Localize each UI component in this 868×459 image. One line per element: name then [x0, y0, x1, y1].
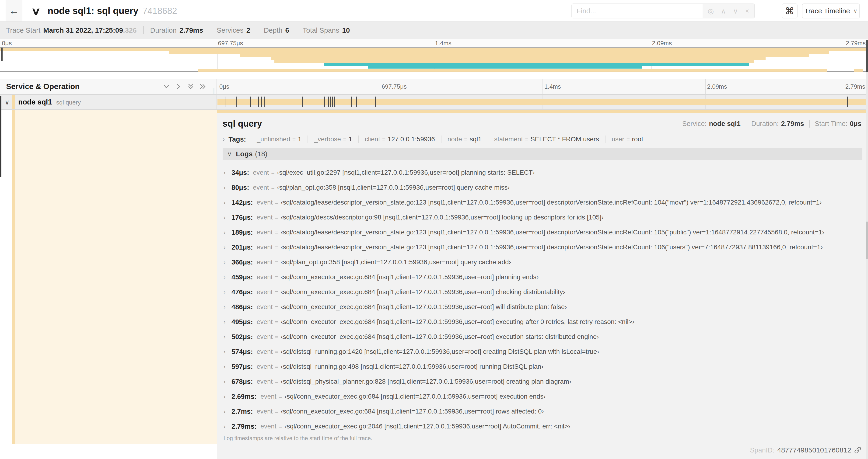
back-arrow-icon: ← [9, 5, 19, 17]
keyboard-shortcuts-button[interactable]: ⌘ [782, 3, 798, 19]
collapse-span-chevron-icon[interactable]: ∨ [5, 98, 9, 106]
span-row-name-cell[interactable]: ∨ node sql1sql query [0, 95, 217, 109]
log-marker-tick[interactable] [324, 97, 325, 107]
log-marker-tick[interactable] [328, 97, 329, 107]
log-marker-tick[interactable] [845, 97, 845, 107]
timeline-column-header: Service & Operation ∥ 0μs 697.75μs 1.4ms… [0, 79, 868, 95]
log-equals: = [273, 304, 281, 310]
log-entry-row[interactable]: › 459μs: event = ‹sql/conn_executor_exec… [223, 270, 862, 285]
log-entry-row[interactable]: › 201μs: event = ‹sql/catalog/lease/desc… [223, 240, 862, 255]
log-chevron-right-icon[interactable]: › [223, 229, 231, 236]
column-resizer-handle[interactable]: ∥ [212, 87, 215, 94]
span-row[interactable]: ∨ node sql1sql query [0, 95, 868, 110]
log-entry-row[interactable]: › 486μs: event = ‹sql/conn_executor_exec… [223, 299, 862, 315]
next-match-icon[interactable]: ∨ [733, 7, 738, 15]
log-entry-row[interactable]: › 574μs: event = ‹sql/distsql_running.go… [223, 344, 862, 359]
log-chevron-right-icon[interactable]: › [223, 393, 231, 400]
minimap-tick-label: 697.75μs [218, 40, 243, 47]
log-marker-tick[interactable] [330, 97, 331, 107]
locate-icon[interactable]: ◎ [708, 7, 714, 15]
tags-chevron-right-icon[interactable]: › [223, 135, 225, 143]
prev-match-icon[interactable]: ∧ [721, 7, 726, 15]
collapse-one-icon[interactable] [163, 83, 170, 90]
log-chevron-right-icon[interactable]: › [223, 408, 231, 415]
minimap-span-bar [854, 69, 863, 72]
logs-chevron-down-icon[interactable]: ∨ [227, 151, 232, 158]
log-chevron-right-icon[interactable]: › [223, 199, 231, 206]
log-marker-tick[interactable] [258, 97, 259, 107]
find-input[interactable] [572, 4, 703, 18]
log-marker-tick[interactable] [334, 97, 335, 107]
summary-item: Duration2.79ms [143, 26, 210, 34]
log-chevron-right-icon[interactable]: › [223, 363, 231, 370]
trace-view-selector[interactable]: Trace Timeline ∨ [802, 3, 860, 19]
collapse-trace-chevron-icon[interactable]: ∨ [31, 5, 41, 17]
expand-one-icon[interactable] [175, 83, 182, 90]
log-entry-row[interactable]: › 366μs: event = ‹sql/plan_opt.go:358 [n… [223, 255, 862, 270]
log-chevron-right-icon[interactable]: › [223, 169, 231, 176]
right-scrollbar-track[interactable] [866, 72, 868, 459]
log-marker-tick[interactable] [847, 97, 848, 107]
log-marker-tick[interactable] [261, 97, 262, 107]
log-marker-tick[interactable] [302, 97, 303, 107]
log-entry-row[interactable]: › 678μs: event = ‹sql/distsql_physical_p… [223, 374, 862, 389]
log-marker-tick[interactable] [351, 97, 352, 107]
log-marker-tick[interactable] [356, 97, 357, 107]
log-chevron-right-icon[interactable]: › [223, 423, 231, 430]
tag-value: root [632, 135, 643, 143]
log-chevron-right-icon[interactable]: › [223, 378, 231, 385]
span-row-timeline-cell[interactable] [217, 95, 868, 109]
log-entry-row[interactable]: › 597μs: event = ‹sql/distsql_running.go… [223, 359, 862, 374]
log-chevron-right-icon[interactable]: › [223, 289, 231, 296]
span-duration-bar[interactable] [217, 99, 867, 105]
log-entry-row[interactable]: › 34μs: event = ‹sql/exec_util.go:2297 [… [223, 165, 862, 180]
back-button[interactable]: ← [6, 0, 22, 22]
log-field-value: ‹sql/distsql_running.go:1420 [nsql1,clie… [281, 348, 599, 355]
log-equals: = [273, 363, 281, 370]
log-entry-row[interactable]: › 495μs: event = ‹sql/conn_executor_exec… [223, 315, 862, 329]
log-entry-row[interactable]: › 176μs: event = ‹sql/catalog/descs/desc… [223, 210, 862, 225]
log-chevron-right-icon[interactable]: › [223, 244, 231, 251]
log-entry-row[interactable]: › 2.7ms: event = ‹sql/conn_executor_exec… [223, 404, 862, 419]
log-timestamp: 459μs: [231, 273, 253, 281]
expand-all-icon[interactable] [199, 83, 206, 90]
log-entry-row[interactable]: › 80μs: event = ‹sql/plan_opt.go:358 [ns… [223, 180, 862, 195]
log-entry-row[interactable]: › 502μs: event = ‹sql/conn_executor_exec… [223, 329, 862, 344]
minimap-scrollbar-thumb[interactable] [866, 40, 868, 72]
log-entry-row[interactable]: › 2.79ms: event = ‹sql/conn_executor_exe… [223, 419, 862, 434]
log-marker-tick[interactable] [236, 97, 237, 107]
log-marker-tick[interactable] [250, 97, 251, 107]
logs-section-header[interactable]: ∨ Logs (18) [223, 148, 862, 160]
log-chevron-right-icon[interactable]: › [223, 348, 231, 355]
tag-value: SELECT * FROM users [531, 135, 599, 143]
log-field-key: event [257, 378, 273, 385]
minimap-axis-labels: 0μs 697.75μs 1.4ms 2.09ms 2.79ms [0, 40, 868, 47]
log-entry-row[interactable]: › 189μs: event = ‹sql/catalog/lease/desc… [223, 225, 862, 240]
log-chevron-right-icon[interactable]: › [223, 333, 231, 340]
service-color-stripe [12, 95, 15, 109]
tags-row[interactable]: › Tags: _unfinished=1 _verbose=1 client=… [223, 132, 862, 146]
trace-minimap[interactable]: 0μs 697.75μs 1.4ms 2.09ms 2.79ms [0, 39, 868, 72]
right-scrollbar-thumb[interactable] [866, 222, 868, 259]
service-operation-title: Service & Operation [6, 82, 80, 91]
deep-link-icon[interactable] [854, 447, 862, 454]
log-chevron-right-icon[interactable]: › [223, 259, 231, 266]
minimap-canvas[interactable] [0, 47, 868, 72]
log-marker-tick[interactable] [332, 97, 333, 107]
log-chevron-right-icon[interactable]: › [223, 214, 231, 221]
log-chevron-right-icon[interactable]: › [223, 273, 231, 281]
minimap-scrubber-handle[interactable] [1, 47, 3, 61]
left-scrollbar-thumb[interactable] [0, 96, 1, 177]
log-marker-tick[interactable] [225, 97, 225, 107]
collapse-all-icon[interactable] [187, 83, 194, 90]
log-chevron-right-icon[interactable]: › [223, 303, 231, 311]
log-entry-row[interactable]: › 2.69ms: event = ‹sql/conn_executor_exe… [223, 389, 862, 404]
log-timestamp: 495μs: [231, 318, 253, 326]
log-marker-tick[interactable] [375, 97, 376, 107]
log-chevron-right-icon[interactable]: › [223, 184, 231, 191]
clear-search-icon[interactable]: × [745, 7, 749, 15]
log-entry-row[interactable]: › 476μs: event = ‹sql/conn_executor_exec… [223, 285, 862, 299]
log-chevron-right-icon[interactable]: › [223, 318, 231, 326]
log-marker-tick[interactable] [264, 97, 265, 107]
log-entry-row[interactable]: › 142μs: event = ‹sql/catalog/lease/desc… [223, 195, 862, 210]
